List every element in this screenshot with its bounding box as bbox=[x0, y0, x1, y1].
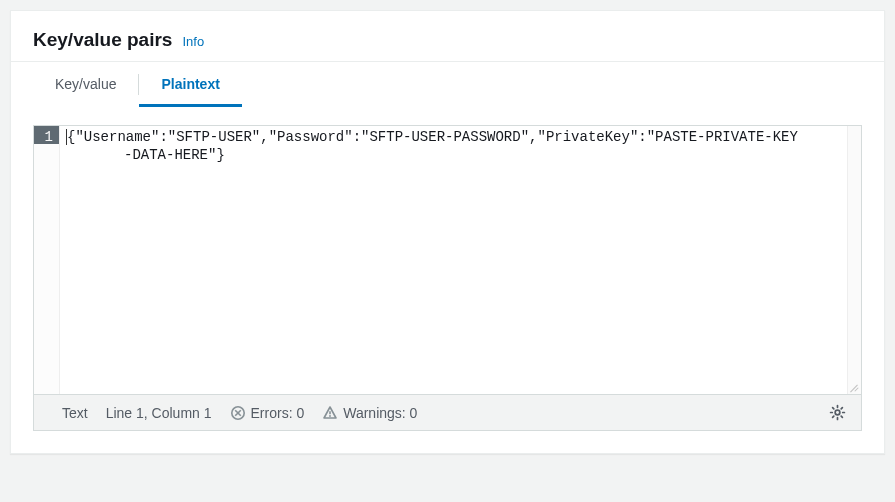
code-content-line1: {"Username":"SFTP-USER","Password":"SFTP… bbox=[67, 129, 798, 145]
info-link[interactable]: Info bbox=[182, 34, 204, 49]
status-warnings: Warnings: 0 bbox=[322, 405, 417, 421]
editor-settings-button[interactable] bbox=[823, 399, 851, 427]
line-gutter: 1 bbox=[34, 126, 60, 394]
svg-point-5 bbox=[835, 410, 840, 415]
editor-body[interactable]: 1 {"Username":"SFTP-USER","Password":"SF… bbox=[34, 126, 861, 394]
status-errors-text: Errors: 0 bbox=[251, 405, 305, 421]
gear-icon bbox=[829, 404, 846, 421]
code-content-line2: -DATA-HERE"} bbox=[66, 147, 225, 163]
status-mode: Text bbox=[62, 405, 88, 421]
status-errors: Errors: 0 bbox=[230, 405, 305, 421]
tab-plaintext[interactable]: Plaintext bbox=[139, 62, 241, 107]
warning-icon bbox=[322, 405, 338, 421]
editor-container: 1 {"Username":"SFTP-USER","Password":"SF… bbox=[11, 107, 884, 453]
svg-point-4 bbox=[329, 415, 331, 417]
editor-status-bar: Text Line 1, Column 1 Errors: 0 bbox=[34, 394, 861, 430]
code-editor: 1 {"Username":"SFTP-USER","Password":"SF… bbox=[33, 125, 862, 431]
status-warnings-text: Warnings: 0 bbox=[343, 405, 417, 421]
status-cursor-position: Line 1, Column 1 bbox=[106, 405, 212, 421]
tab-label: Plaintext bbox=[161, 76, 219, 92]
panel-title: Key/value pairs bbox=[33, 29, 172, 51]
error-icon bbox=[230, 405, 246, 421]
tab-key-value[interactable]: Key/value bbox=[33, 62, 138, 107]
line-number: 1 bbox=[34, 126, 59, 144]
fold-column bbox=[847, 126, 861, 394]
key-value-pairs-panel: Key/value pairs Info Key/value Plaintext… bbox=[10, 10, 885, 454]
panel-header: Key/value pairs Info bbox=[11, 11, 884, 62]
code-textarea[interactable]: {"Username":"SFTP-USER","Password":"SFTP… bbox=[60, 126, 847, 394]
resize-handle[interactable] bbox=[845, 378, 859, 392]
tabs: Key/value Plaintext bbox=[11, 62, 884, 107]
tab-label: Key/value bbox=[55, 76, 116, 92]
